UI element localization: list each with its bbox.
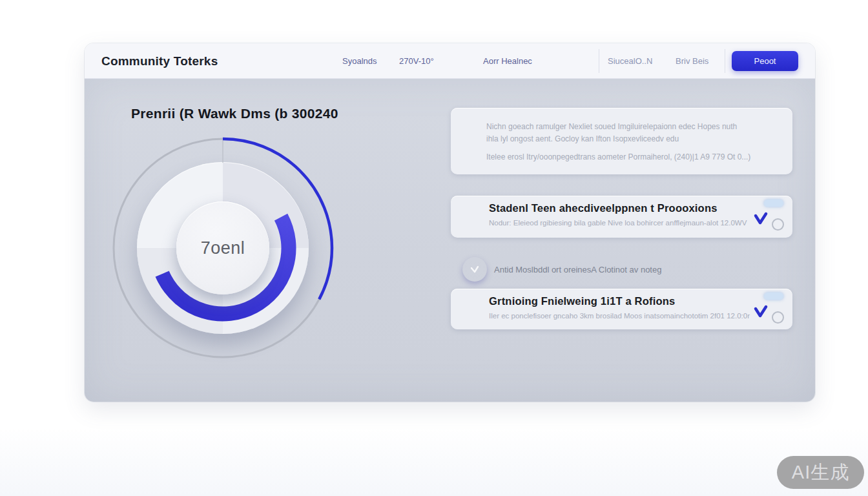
app-header: Community Toterks Syoalnds 270V-10° Aorr… <box>85 43 815 79</box>
header-divider-1 <box>599 49 599 73</box>
avatar <box>462 257 487 282</box>
app-title: Community Toterks <box>101 43 218 79</box>
info-card-line: ihla lyl ongost aent. Gocloy kan Ifton I… <box>486 133 773 145</box>
list-item-card-2[interactable]: Grtnioing Fnielweing 1i1T a Rofions Iler… <box>451 289 792 329</box>
nav-item-1[interactable]: Syoalnds <box>342 43 377 79</box>
nav-item-4[interactable]: SiucealO..N <box>608 43 652 79</box>
radio-circle[interactable] <box>772 311 784 324</box>
nav-item-2[interactable]: 270V-10° <box>399 43 434 79</box>
nav-item-5[interactable]: Briv Beis <box>676 43 708 79</box>
donut-center-label: 7oenl <box>201 238 245 258</box>
item-title: Grtnioing Fnielweing 1i1T a Rofions <box>489 295 721 307</box>
right-column: Nichn goeach ramulger Nexliet soued Imgi… <box>451 79 792 402</box>
item-subtitle: Iler ec ponclefisoer gncaho 3km brosilad… <box>489 312 721 320</box>
app-window: Community Toterks Syoalnds 270V-10° Aorr… <box>85 43 815 402</box>
header-divider-2 <box>725 49 725 73</box>
radio-circle[interactable] <box>772 218 784 231</box>
donut-center-circle: 7oenl <box>176 202 269 294</box>
status-badge <box>764 200 783 207</box>
main-content: Prenrii (R Wawk Dms (b 300240 7oenl <box>85 79 815 402</box>
nav-item-3[interactable]: Aorr Healnec <box>483 43 532 79</box>
status-badge <box>764 293 783 300</box>
avatar-row[interactable]: Antid Moslbddl ort oreinesA Clotinot av … <box>451 256 792 283</box>
item-subtitle: Nodur: Eleieod rgibiesing bila gable Niv… <box>489 219 721 227</box>
item-title: Stadenl Teen ahecdiveelppnen t Proooxion… <box>489 202 721 214</box>
donut-chart: 7oenl <box>112 137 334 359</box>
info-card-line: Nichn goeach ramulger Nexliet soued Imgi… <box>486 121 773 133</box>
avatar-check-icon <box>470 264 480 274</box>
check-icon <box>752 210 769 227</box>
list-item-card-1[interactable]: Stadenl Teen ahecdiveelppnen t Proooxion… <box>451 196 792 238</box>
info-card-line: Itelee erosl Itry/ooonpegedtrans aometer… <box>486 151 773 163</box>
ai-generated-watermark: AI生成 <box>777 456 864 489</box>
check-icon <box>752 303 769 320</box>
avatar-row-label: Antid Moslbddl ort oreinesA Clotinot av … <box>494 265 661 274</box>
primary-action-button[interactable]: Peoot <box>732 51 798 71</box>
page-title: Prenrii (R Wawk Dms (b 300240 <box>131 106 338 121</box>
info-card[interactable]: Nichn goeach ramulger Nexliet soued Imgi… <box>451 108 792 174</box>
